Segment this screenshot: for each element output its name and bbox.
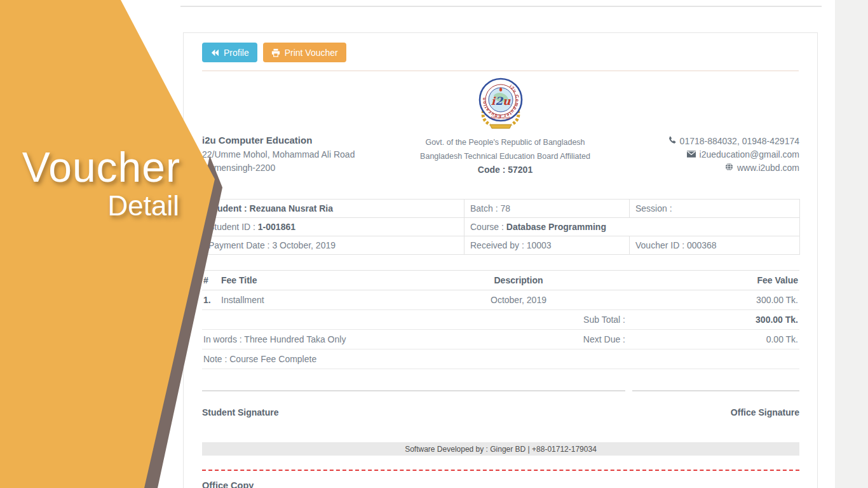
org-code: Code : 57201 <box>400 163 610 177</box>
student-signature-line <box>202 390 625 391</box>
fast-backward-icon <box>210 49 219 57</box>
svg-text:Mymensingh: Mymensingh <box>491 116 510 119</box>
office-copy-heading: Office Copy <box>202 480 799 488</box>
banner-title: Voucher <box>0 146 180 189</box>
top-divider <box>180 6 822 7</box>
fee-row: 1. Installment October, 2019 300.00 Tk. <box>202 290 799 310</box>
student-signature-label: Student Signature <box>202 407 279 417</box>
page-background-strip <box>835 0 868 488</box>
fee-row-num: 1. <box>202 290 220 310</box>
note-text: Note : Course Fee Complete <box>202 349 799 369</box>
fee-col-description: Description <box>410 271 627 290</box>
course-cell: Course : Database Programming <box>465 218 800 236</box>
table-row: Student ID : 1-001861 Course : Database … <box>203 218 800 236</box>
received-by-cell: Received by : 10003 <box>465 236 630 255</box>
subtotal-row: Sub Total : 300.00 Tk. <box>202 310 799 330</box>
inwords-row: In words : Three Hundred Taka Only Next … <box>202 330 799 349</box>
org-logo-seal: i2u i2u Computer Education Mymensingh <box>475 74 527 133</box>
org-email: i2ueducation@gmail.com <box>700 148 799 161</box>
student-id-cell: Student ID : 1-001861 <box>203 218 465 236</box>
profile-button[interactable]: Profile <box>202 43 257 62</box>
office-signature-line <box>632 390 799 391</box>
phone-icon <box>668 135 676 148</box>
org-address-line2: Mymensingh-2200 <box>202 161 400 175</box>
globe-icon <box>725 161 733 175</box>
voucher-cut-dashed-line <box>202 470 799 471</box>
amount-in-words: In words : Three Hundred Taka Only <box>202 330 410 349</box>
toolbar: Profile Print Voucher <box>202 43 799 62</box>
fee-row-title: Installment <box>220 290 410 310</box>
fee-header-row: # Fee Title Description Fee Value <box>202 271 799 290</box>
print-voucher-button-label: Print Voucher <box>285 48 338 58</box>
envelope-icon <box>687 148 696 161</box>
nextdue-label: Next Due : <box>410 330 627 349</box>
subtotal-label: Sub Total : <box>410 310 627 330</box>
developer-footer-bar: Software Developed by : Ginger BD | +88-… <box>202 442 799 456</box>
fee-row-value: 300.00 Tk. <box>627 290 799 310</box>
note-row: Note : Course Fee Complete <box>202 349 799 369</box>
print-voucher-button[interactable]: Print Voucher <box>263 43 346 62</box>
org-govt-line2: Bangladesh Technical Education Board Aff… <box>400 150 610 163</box>
course-value: Database Programming <box>506 222 606 232</box>
fee-row-description: October, 2019 <box>410 290 627 310</box>
table-row: Student : Rezuana Nusrat Ria Batch : 78 … <box>203 200 800 218</box>
toolbar-divider <box>202 71 799 71</box>
org-name: i2u Computer Education <box>202 135 400 146</box>
office-signature-label: Office Signature <box>731 407 799 417</box>
fee-table: # Fee Title Description Fee Value 1. Ins… <box>202 270 799 369</box>
batch-cell: Batch : 78 <box>465 200 630 218</box>
nextdue-value: 0.00 Tk. <box>627 330 799 349</box>
banner-text: Voucher Detail <box>0 146 180 220</box>
table-row: Payment Date : 3 October, 2019 Received … <box>203 236 800 255</box>
student-info-table: Student : Rezuana Nusrat Ria Batch : 78 … <box>202 199 800 255</box>
org-phone: 01718-884032, 01948-429174 <box>680 135 799 148</box>
org-address-line1: 22/Umme Mohol, Mohammad Ali Road <box>202 148 400 161</box>
session-cell: Session : <box>630 200 800 218</box>
signature-lines <box>202 390 799 391</box>
org-website: www.i2ubd.com <box>737 161 799 175</box>
fee-col-value: Fee Value <box>627 271 799 290</box>
voucher-detail-card: Profile Print Voucher <box>183 32 818 488</box>
printer-icon <box>271 48 280 57</box>
developer-credit: Software Developed by : Ginger BD | +88-… <box>405 445 597 454</box>
profile-button-label: Profile <box>224 48 249 58</box>
payment-date-cell: Payment Date : 3 October, 2019 <box>203 236 465 255</box>
student-name-cell: Student : Rezuana Nusrat Ria <box>203 200 465 218</box>
subtotal-value: 300.00 Tk. <box>627 310 799 330</box>
org-header: i2u Computer Education 22/Umme Mohol, Mo… <box>202 135 799 177</box>
banner-subtitle: Detail <box>0 191 180 220</box>
svg-text:i2u: i2u <box>491 95 510 107</box>
fee-col-num: # <box>202 271 220 290</box>
student-id-value: 1-001861 <box>258 222 295 232</box>
org-govt-line1: Govt. of the People's Republic of Bangla… <box>400 136 610 149</box>
voucher-id-cell: Voucher ID : 000368 <box>630 236 800 255</box>
fee-col-title: Fee Title <box>220 271 410 290</box>
